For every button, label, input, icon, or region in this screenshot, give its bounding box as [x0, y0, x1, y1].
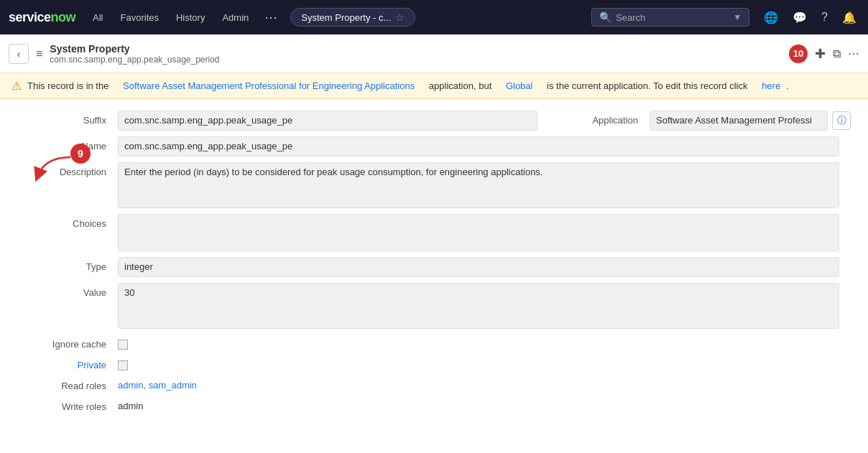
content-wrapper: 9 ⚠ This record is in the Software Asset…: [0, 73, 868, 429]
read-roles-label: Read roles: [17, 376, 118, 391]
more-options-icon[interactable]: ⋯: [848, 47, 859, 60]
add-icon[interactable]: ✚: [815, 46, 826, 62]
banner-suffix: is the current application. To edit this…: [547, 80, 747, 91]
search-input[interactable]: Search: [616, 12, 729, 23]
read-roles-value[interactable]: admin, sam_admin: [118, 376, 197, 391]
private-label: Private: [17, 355, 118, 370]
chat-icon[interactable]: 💬: [790, 8, 810, 27]
banner-here-link[interactable]: here: [762, 80, 780, 91]
banner-prefix: This record is in the: [27, 80, 108, 91]
record-title-block: System Property com.snc.samp.eng_app.pea…: [50, 43, 219, 65]
filter-icon[interactable]: ⧉: [833, 47, 841, 60]
form-row-suffix-application: Suffix com.snc.samp.eng_app.peak_usage_p…: [17, 111, 851, 131]
suffix-label: Suffix: [17, 111, 118, 126]
info-banner: ⚠ This record is in the Software Asset M…: [0, 73, 868, 99]
nav-all[interactable]: All: [87, 9, 108, 26]
star-icon: ☆: [395, 11, 405, 23]
annotation-badge-9: 9: [70, 144, 91, 164]
nav-history[interactable]: History: [170, 9, 211, 26]
back-button[interactable]: ‹: [9, 44, 29, 64]
form-row-ignore-cache: Ignore cache: [17, 335, 851, 350]
nav-favorites[interactable]: Favorites: [115, 9, 165, 26]
nav-admin[interactable]: Admin: [216, 9, 254, 26]
breadcrumb-label: System Property - c...: [301, 12, 391, 23]
suffix-col: Suffix com.snc.samp.eng_app.peak_usage_p…: [17, 111, 537, 131]
type-field[interactable]: integer: [118, 257, 839, 277]
badge-10: 10: [789, 45, 808, 63]
banner-global-link[interactable]: Global: [506, 80, 533, 91]
value-field[interactable]: 30: [118, 283, 839, 329]
name-label: Name: [17, 136, 118, 151]
choices-field[interactable]: [118, 214, 839, 251]
globe-icon[interactable]: 🌐: [761, 8, 781, 27]
suffix-field[interactable]: com.snc.samp.eng_app.peak_usage_pe: [118, 111, 537, 131]
warning-icon: ⚠: [11, 79, 22, 93]
nav-icons: 🌐 💬 ? 🔔: [761, 8, 859, 27]
form-row-type: Type integer: [17, 257, 851, 277]
breadcrumb-button[interactable]: System Property - c... ☆: [290, 8, 415, 27]
form-row-write-roles: Write roles admin: [17, 397, 851, 412]
top-nav: servicenow All Favorites History Admin ⋯…: [0, 0, 868, 34]
search-bar[interactable]: 🔍 Search ▼: [591, 8, 749, 27]
sub-header: ‹ ≡ System Property com.snc.samp.eng_app…: [0, 34, 868, 73]
form-row-read-roles: Read roles admin, sam_admin: [17, 376, 851, 391]
search-icon: 🔍: [599, 11, 611, 23]
name-field[interactable]: com.snc.samp.eng_app.peak_usage_pe: [118, 136, 839, 157]
search-dropdown-icon[interactable]: ▼: [733, 12, 742, 22]
hamburger-icon[interactable]: ≡: [36, 47, 42, 60]
record-title: System Property: [50, 43, 219, 55]
arrow-9-svg: [31, 154, 74, 182]
help-icon[interactable]: ?: [818, 8, 831, 27]
type-label: Type: [17, 257, 118, 272]
application-label: Application: [549, 111, 650, 126]
application-field-wrapper: Software Asset Management Professi ⓘ: [650, 111, 851, 131]
description-field[interactable]: Enter the period (in days) to be conside…: [118, 162, 839, 208]
private-checkbox[interactable]: [118, 360, 128, 370]
application-col: Application Software Asset Management Pr…: [549, 111, 851, 131]
banner-period: .: [786, 80, 789, 91]
bell-icon[interactable]: 🔔: [839, 8, 859, 27]
record-subtitle: com.snc.samp.eng_app.peak_usage_period: [50, 55, 219, 65]
form-area: Suffix com.snc.samp.eng_app.peak_usage_p…: [0, 99, 868, 429]
ignore-cache-checkbox[interactable]: [118, 340, 128, 350]
banner-app-link[interactable]: Software Asset Management Professional f…: [123, 80, 415, 91]
nav-more-icon[interactable]: ⋯: [260, 6, 282, 28]
write-roles-value: admin: [118, 397, 143, 411]
choices-label: Choices: [17, 214, 118, 229]
ignore-cache-label: Ignore cache: [17, 335, 118, 350]
write-roles-label: Write roles: [17, 397, 118, 412]
application-field[interactable]: Software Asset Management Professi: [650, 111, 828, 131]
form-row-value: Value 30: [17, 283, 851, 329]
application-info-button[interactable]: ⓘ: [832, 111, 851, 130]
form-row-description: Description Enter the period (in days) t…: [17, 162, 851, 208]
form-row-name: Name com.snc.samp.eng_app.peak_usage_pe: [17, 136, 851, 157]
form-row-choices: Choices: [17, 214, 851, 251]
banner-middle: application, but: [429, 80, 491, 91]
value-label: Value: [17, 283, 118, 298]
logo[interactable]: servicenow: [9, 10, 75, 25]
sub-header-actions: 10 ✚ ⧉ ⋯: [789, 45, 859, 63]
form-row-private: Private: [17, 355, 851, 370]
logo-text: servicenow: [9, 10, 75, 25]
